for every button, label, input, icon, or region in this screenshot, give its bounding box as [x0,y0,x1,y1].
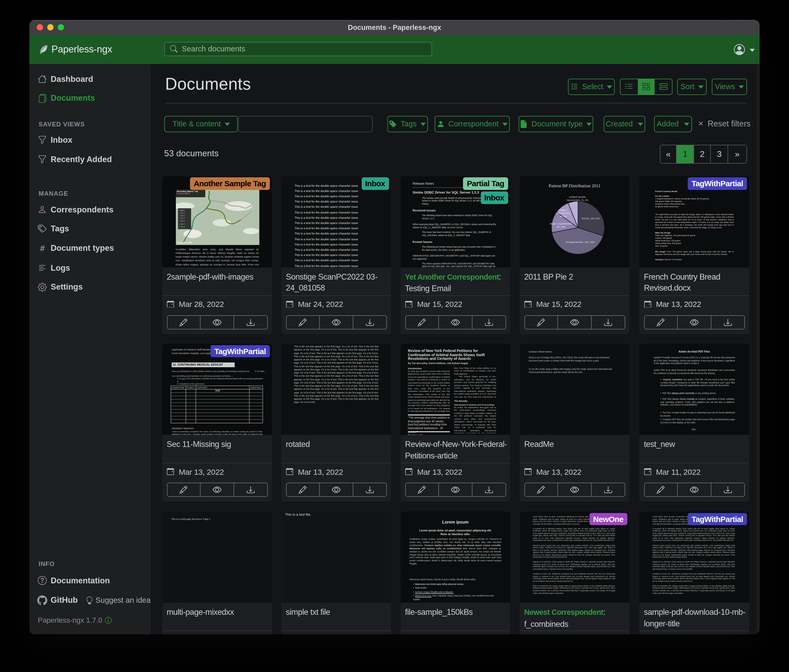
svg-text:Course Name: Course Name [196,387,208,389]
svg-text:Provider #: Provider # [187,387,195,389]
svg-text:Completion Date: Completion Date [171,387,184,389]
svg-text:Contact Hours: Contact Hours [250,387,262,389]
svg-text:N\A: N\A [215,389,220,392]
